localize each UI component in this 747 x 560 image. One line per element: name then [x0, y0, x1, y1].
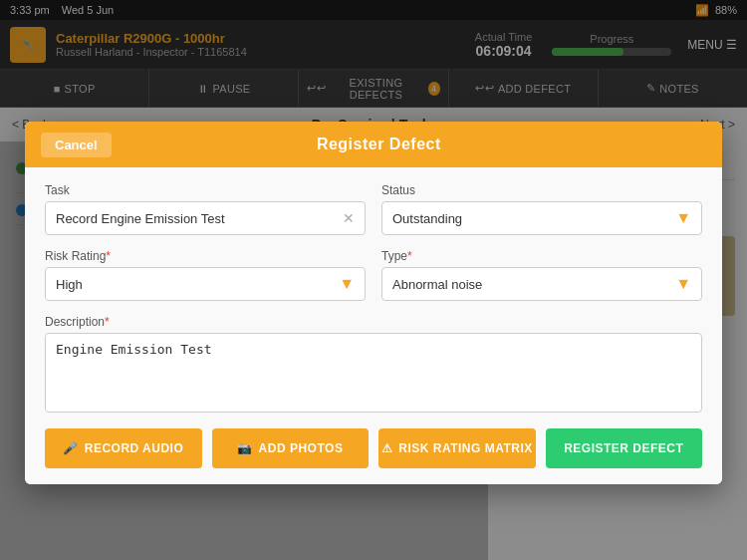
task-value: Record Engine Emission Test [56, 211, 225, 226]
modal-actions: 🎤 Record Audio 📷 Add Photos ⚠ Risk Ratin… [25, 428, 722, 484]
form-row-1: Task Record Engine Emission Test ✕ Statu… [45, 183, 702, 235]
type-select[interactable]: Abnormal noise ▼ [381, 267, 702, 301]
task-clear-button[interactable]: ✕ [343, 210, 355, 226]
modal-body: Task Record Engine Emission Test ✕ Statu… [25, 167, 722, 428]
register-defect-label: Register Defect [564, 441, 683, 455]
type-required-star: * [407, 249, 412, 263]
register-defect-modal: Cancel Register Defect Task Record Engin… [25, 122, 722, 484]
form-row-3: Description* [45, 315, 702, 413]
status-field-group: Status Outstanding ▼ [381, 183, 702, 235]
risk-required-star: * [106, 249, 111, 263]
risk-rating-chevron-icon: ▼ [339, 275, 355, 293]
description-textarea[interactable] [45, 333, 702, 413]
type-chevron-icon: ▼ [675, 275, 691, 293]
status-value: Outstanding [392, 211, 462, 226]
mic-icon: 🎤 [63, 441, 79, 455]
form-row-2: Risk Rating* High ▼ Type* Abnormal noise… [45, 249, 702, 301]
add-photos-button[interactable]: 📷 Add Photos [212, 428, 370, 468]
cancel-button[interactable]: Cancel [41, 133, 112, 157]
risk-matrix-label: Risk Rating Matrix [398, 441, 533, 455]
modal-header: Cancel Register Defect [25, 122, 722, 167]
risk-rating-select[interactable]: High ▼ [45, 267, 366, 301]
modal-overlay: Cancel Register Defect Task Record Engin… [0, 0, 747, 560]
status-chevron-icon: ▼ [675, 209, 691, 227]
record-audio-button[interactable]: 🎤 Record Audio [45, 428, 202, 468]
type-label: Type* [381, 249, 702, 263]
task-label: Task [45, 183, 366, 197]
type-value: Abnormal noise [392, 277, 482, 292]
record-audio-label: Record Audio [85, 441, 184, 455]
status-label: Status [381, 183, 702, 197]
risk-matrix-button[interactable]: ⚠ Risk Rating Matrix [378, 428, 536, 468]
modal-title: Register Defect [112, 136, 646, 153]
camera-icon: 📷 [237, 441, 253, 455]
add-photos-label: Add Photos [259, 441, 344, 455]
description-label: Description* [45, 315, 702, 329]
risk-rating-field-group: Risk Rating* High ▼ [45, 249, 366, 301]
description-field-group: Description* [45, 315, 702, 413]
status-select[interactable]: Outstanding ▼ [381, 201, 702, 235]
desc-required-star: * [105, 315, 110, 329]
risk-rating-label: Risk Rating* [45, 249, 366, 263]
warning-icon: ⚠ [381, 441, 393, 455]
register-defect-button[interactable]: Register Defect [546, 428, 703, 468]
task-input[interactable]: Record Engine Emission Test ✕ [45, 201, 366, 235]
task-field-group: Task Record Engine Emission Test ✕ [45, 183, 366, 235]
risk-rating-value: High [56, 277, 83, 292]
type-field-group: Type* Abnormal noise ▼ [381, 249, 702, 301]
